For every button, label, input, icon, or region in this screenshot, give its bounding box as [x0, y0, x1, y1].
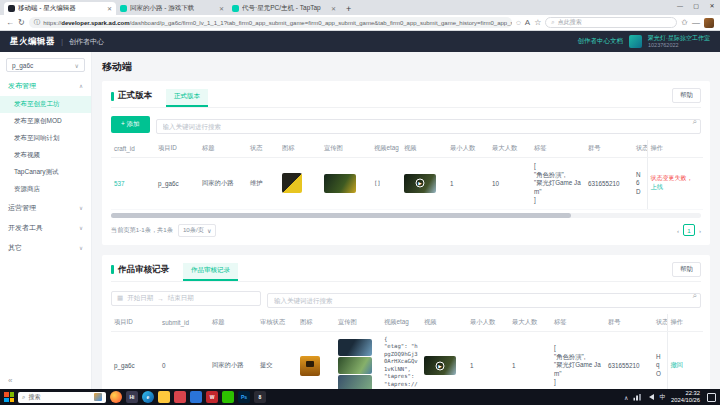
sidebar-item-mod[interactable]: 发布至原创MOD — [0, 113, 91, 130]
search-icon[interactable]: ⌕ — [693, 117, 697, 127]
cell-max-players: 10 — [489, 158, 531, 210]
sidebar-item-publish-video[interactable]: 发布视频 — [0, 147, 91, 164]
user-info[interactable]: 聚光灯·星际掠空工作室 1023762022 — [648, 35, 710, 49]
col-min-players: 最小人数 — [467, 314, 509, 332]
window-minimize-button[interactable]: — — [672, 0, 688, 11]
section-header: 正式版本 正式版本 帮助 — [111, 88, 701, 108]
craft-id-link[interactable]: 537 — [114, 180, 125, 187]
browser-tab-active[interactable]: 移动端 - 星火编辑器 ✕ — [4, 2, 116, 15]
url-text: https://developer.spark.ad.com/dashboard… — [43, 20, 512, 26]
page-number[interactable]: 1 — [683, 224, 695, 236]
promo-image-thumbnail[interactable] — [338, 375, 372, 389]
window-maximize-button[interactable]: ▢ — [688, 0, 704, 11]
reader-mode-icon[interactable]: ◌ — [516, 18, 521, 27]
sidebar-group-devtools[interactable]: 开发者工具 ∨ — [0, 218, 91, 238]
game-icon-thumbnail[interactable] — [282, 173, 302, 193]
cell-status: 维护 — [247, 158, 279, 210]
search-icon[interactable]: ⌕ — [693, 291, 697, 301]
user-avatar[interactable] — [629, 35, 642, 48]
col-title: 标题 — [209, 314, 257, 332]
section-title: 作品审核记录 — [111, 264, 169, 281]
sidebar-group-operation[interactable]: 运营管理 ∨ — [0, 198, 91, 218]
horizontal-scrollbar[interactable] — [111, 213, 701, 218]
user-id: 1023762022 — [648, 42, 710, 49]
photoshop-icon[interactable]: Ps — [238, 391, 250, 403]
tab-official-version[interactable]: 正式版本 — [166, 89, 208, 107]
browser-search-box[interactable]: ⌕ 点此搜索 — [545, 17, 677, 28]
docs-link[interactable]: 创作者中心文档 — [578, 37, 624, 46]
game-icon-thumbnail[interactable] — [300, 356, 320, 376]
favorite-star-icon[interactable]: ☆ — [534, 18, 541, 27]
back-icon[interactable]: ← — [6, 18, 14, 27]
taskbar-search-box[interactable]: ⌕ 搜索 — [18, 392, 106, 403]
cell-video-etag: { "etag": "hpgZOQ9hGj30ArHXcaGQv1vKlNN",… — [381, 331, 421, 389]
site-info-icon[interactable]: ⓘ — [34, 18, 41, 27]
start-button[interactable] — [4, 392, 14, 402]
col-promo: 宣传图 — [321, 140, 371, 158]
col-max-players: 最大人数 — [509, 314, 551, 332]
user-name: 聚光灯·星际掠空工作室 — [648, 35, 710, 42]
sidebar-item-tapcanary[interactable]: TapCanary测试 — [0, 164, 91, 181]
col-video: 视频 — [421, 314, 467, 332]
volume-icon[interactable] — [646, 394, 654, 400]
scrollbar-thumb[interactable] — [111, 213, 571, 218]
file-explorer-icon[interactable] — [158, 391, 170, 403]
window-close-button[interactable]: ✕ — [704, 0, 720, 11]
withdraw-link[interactable]: 撤回 — [671, 361, 684, 368]
prev-page-button[interactable]: ‹ — [677, 227, 679, 234]
new-tab-button[interactable]: + — [340, 4, 357, 15]
refresh-icon[interactable]: ↻ — [18, 18, 25, 27]
taskbar-clock[interactable]: 22:32 2024/10/26 — [671, 390, 700, 403]
translate-icon[interactable]: A — [525, 18, 530, 27]
word-icon[interactable]: W — [206, 391, 218, 403]
play-icon: ▶ — [436, 361, 445, 370]
title-accent-bar — [111, 92, 114, 101]
page-size-select[interactable]: 10条/页 ∨ — [178, 224, 217, 237]
promo-image-thumbnail[interactable] — [338, 357, 372, 374]
photos-icon[interactable] — [174, 391, 186, 403]
browser-tab[interactable]: 回家的小路 - 游戏下载 ✕ — [116, 2, 228, 15]
video-thumbnail[interactable]: ▶ — [404, 174, 436, 193]
firefox-icon[interactable] — [110, 391, 122, 403]
cell-clipped: N 6 D — [633, 158, 647, 210]
mail-icon[interactable] — [190, 391, 202, 403]
tab-close-icon[interactable]: ✕ — [107, 5, 112, 12]
help-button[interactable]: 帮助 — [672, 262, 701, 277]
sidebar-collapse-icon[interactable]: « — [8, 376, 12, 385]
search-icon: ⌕ — [551, 19, 554, 26]
network-icon[interactable] — [633, 394, 641, 401]
collections-icon[interactable]: ✩ — [681, 18, 688, 27]
edge-icon[interactable]: e — [142, 391, 154, 403]
browser-tab[interactable]: 代号·星元PC/主机 - TapTap ✕ — [228, 2, 340, 15]
next-page-button[interactable]: › — [699, 227, 701, 234]
wechat-icon[interactable] — [222, 391, 234, 403]
tab-review-records[interactable]: 作品审核记录 — [183, 263, 238, 281]
sidebar-group-publish[interactable]: 发布管理 ∧ — [0, 76, 91, 96]
date-range-picker[interactable]: ▦ 开始日期 → 结束日期 — [111, 291, 261, 306]
promo-image-thumbnail[interactable] — [324, 174, 356, 193]
bilibili-icon[interactable]: 8 — [254, 391, 266, 403]
tab-close-icon[interactable]: ✕ — [331, 5, 336, 12]
sidebar-group-other[interactable]: 其它 ∨ — [0, 238, 91, 258]
promo-image-thumbnail[interactable] — [338, 339, 372, 356]
help-button[interactable]: 帮助 — [672, 88, 701, 103]
sidebar-item-echo-plan[interactable]: 发布至回响计划 — [0, 130, 91, 147]
cell-submit-id: 0 — [159, 331, 209, 389]
spark-favicon-icon — [8, 5, 15, 12]
browser-profile-avatar[interactable] — [704, 18, 714, 28]
add-button[interactable]: + 添加 — [111, 116, 150, 133]
video-thumbnail[interactable]: ▶ — [424, 356, 456, 375]
sidebar-item-workshop[interactable]: 发布至创意工坊 — [0, 96, 91, 113]
hidden-icons-chevron[interactable]: ∧ — [624, 394, 628, 401]
go-online-link[interactable]: 上线 — [651, 183, 664, 190]
search-input[interactable] — [156, 119, 701, 134]
notification-center-icon[interactable] — [707, 393, 716, 402]
tab-close-icon[interactable]: ✕ — [219, 5, 224, 12]
address-bar[interactable]: ⓘ https://developer.spark.ad.com/dashboa… — [29, 17, 512, 28]
search-input[interactable] — [267, 293, 701, 308]
input-method-indicator[interactable]: 中 — [659, 393, 666, 402]
split-screen-icon[interactable]: — — [692, 18, 700, 27]
contacts-icon[interactable]: Hi — [126, 391, 138, 403]
sidebar-item-resource-store[interactable]: 资源商店 — [0, 181, 91, 198]
project-select[interactable]: p_ga6c ∨ — [6, 58, 85, 72]
